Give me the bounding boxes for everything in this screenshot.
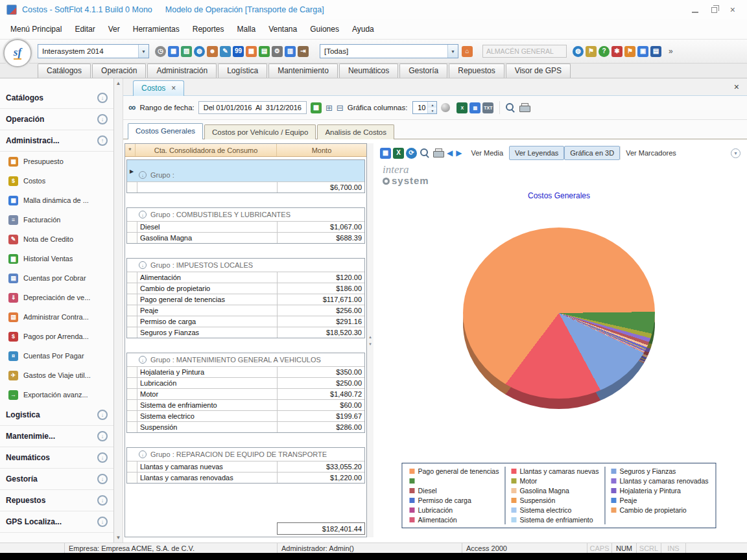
monitor-icon[interactable]: ▣: [637, 46, 648, 57]
grid-row[interactable]: Hojalateria y Pintura $350.00: [127, 366, 364, 377]
document-close-icon[interactable]: ×: [734, 82, 739, 91]
grid-row[interactable]: Seguros y Fianzas $18,520.30: [127, 327, 364, 338]
chart-type-icon[interactable]: ▦: [380, 148, 391, 159]
sidebar-item[interactable]: ✎ Nota de Credito: [0, 229, 113, 249]
sub-tab[interactable]: Costos por Vehículo / Equipo: [204, 124, 316, 139]
group-expand-icon[interactable]: ⊞: [326, 104, 333, 112]
columns-icon[interactable]: ▥: [285, 46, 296, 57]
section-toggle-icon[interactable]: ↓: [97, 495, 108, 506]
badge-99-icon[interactable]: 99: [233, 46, 244, 57]
sidebar-section-header[interactable]: Gestoría ↓: [0, 469, 113, 490]
menu-item[interactable]: Ayuda: [346, 21, 381, 37]
category-tab[interactable]: Logística: [218, 64, 267, 78]
print-icon[interactable]: [519, 103, 530, 112]
section-toggle-icon[interactable]: ↑: [97, 135, 108, 146]
image-icon[interactable]: ▨: [181, 46, 192, 57]
category-tab[interactable]: Visor de GPS: [506, 64, 571, 78]
sub-tab[interactable]: Costos Generales: [128, 123, 203, 139]
overflow-chevron-icon[interactable]: »: [669, 47, 673, 56]
chart-zoom-icon[interactable]: [420, 148, 430, 158]
preview-zoom-icon[interactable]: [506, 103, 516, 113]
globe-icon[interactable]: ◍: [194, 46, 205, 57]
category-tab[interactable]: Administración: [147, 64, 217, 78]
group-collapse-icon[interactable]: ↓: [139, 171, 147, 179]
category-tab[interactable]: Repuestos: [449, 64, 504, 78]
html-export-icon[interactable]: ▤: [469, 102, 480, 113]
grid-row[interactable]: Diesel $1,067.00: [127, 221, 364, 232]
sidebar-section-header[interactable]: Neumáticos ↓: [0, 447, 113, 469]
grid-row[interactable]: Llantas y camaras renovadas $1,220.00: [127, 472, 364, 483]
grid-row[interactable]: Permiso de carga $291.16: [127, 316, 364, 327]
splitter-up-icon[interactable]: ▴: [369, 334, 372, 340]
sub-tab[interactable]: Analisis de Costos: [317, 124, 394, 139]
menu-item[interactable]: Malla: [230, 21, 262, 37]
sidebar-item[interactable]: ¤ Cuentas Por Pagar: [0, 346, 113, 366]
sidebar-section-header[interactable]: Mantenimie... ↓: [0, 426, 113, 447]
section-toggle-icon[interactable]: ↓: [97, 452, 108, 463]
calendar-apply-icon[interactable]: ▦: [311, 102, 322, 113]
scroll-up-icon[interactable]: ▲: [116, 80, 121, 86]
grid-row[interactable]: Sistema electrico $199.67: [127, 410, 364, 421]
sidebar-section-header[interactable]: Repuestos ↓: [0, 490, 113, 511]
prev-icon[interactable]: ◀: [447, 149, 453, 157]
grid-chart-splitter[interactable]: ▴ ▾: [367, 143, 374, 537]
binoculars-icon[interactable]: ∞: [128, 102, 136, 113]
chart-toggle-button[interactable]: Ver Media: [465, 146, 509, 160]
sidebar-section-header[interactable]: Catálogos ↓: [0, 88, 113, 109]
menu-item[interactable]: Guiones: [303, 21, 346, 37]
grid-col-header-monto[interactable]: Monto: [277, 144, 366, 156]
group-collapse-icon[interactable]: ↓: [139, 211, 147, 218]
section-toggle-icon[interactable]: ↓: [97, 93, 108, 103]
chart-toggle-button[interactable]: Ver Leyendas: [509, 146, 564, 160]
sidebar-section-header[interactable]: GPS Localiza... ↓: [0, 511, 113, 533]
minimize-icon[interactable]: [692, 7, 698, 13]
category-tab[interactable]: Operación: [92, 64, 146, 78]
exit-door-icon[interactable]: ⇥: [298, 46, 309, 57]
sidebar-item[interactable]: ▦ Presupuesto: [0, 152, 113, 171]
sidebar-item[interactable]: $ Pagos por Arrenda...: [0, 327, 113, 346]
grid-row[interactable]: Gasolina Magna $688.39: [127, 232, 364, 243]
grid-icon[interactable]: ▤: [259, 46, 270, 57]
users-icon[interactable]: ☻: [207, 46, 218, 57]
grid-row[interactable]: $6,700.00: [127, 181, 364, 192]
grid-row[interactable]: Suspensión $286.00: [127, 421, 364, 432]
profile-select[interactable]: Interasystem 2014 ▼: [38, 44, 149, 58]
restore-icon[interactable]: [711, 7, 717, 13]
menu-item[interactable]: Editar: [68, 21, 101, 37]
group-collapse-icon[interactable]: ↓: [139, 261, 147, 269]
calendar-icon[interactable]: ▦: [246, 46, 257, 57]
sidebar-section-header[interactable]: Logistica ↓: [0, 404, 113, 426]
gear-icon[interactable]: ⚙: [272, 46, 283, 57]
home-icon[interactable]: ⌂: [462, 46, 473, 57]
section-toggle-icon[interactable]: ↓: [97, 474, 108, 484]
sidebar-item[interactable]: ▧ Administrar Contra...: [0, 307, 113, 327]
chart-toggle-button[interactable]: Gráfica en 3D: [564, 146, 620, 160]
date-range-input[interactable]: Del 01/01/2016 Al 31/12/2016: [198, 101, 307, 114]
txt-export-icon[interactable]: TXT: [482, 102, 493, 113]
group-band[interactable]: ▶ ↓ Grupo :: [127, 160, 364, 181]
sidebar-section-header[interactable]: Administraci... ↑: [0, 130, 113, 152]
refresh-icon[interactable]: ⟳: [406, 148, 417, 159]
grid-row[interactable]: Pago general de tenencias $117,671.00: [127, 294, 364, 305]
spinner-down-icon[interactable]: ▼: [428, 108, 436, 113]
sidebar-item[interactable]: → Exportación avanz...: [0, 385, 113, 404]
splitter-down-icon[interactable]: ▾: [369, 342, 372, 347]
grid-row[interactable]: Alimentación $120.00: [127, 272, 364, 283]
grid-row[interactable]: Cambio de propietario $186.00: [127, 283, 364, 294]
help-icon[interactable]: ?: [599, 46, 610, 57]
sphere-icon[interactable]: [441, 103, 450, 112]
close-icon[interactable]: ×: [730, 5, 735, 14]
grid-row[interactable]: Lubricación $250.00: [127, 377, 364, 388]
edit-notes-icon[interactable]: ✎: [220, 46, 231, 57]
excel-export-icon[interactable]: X: [456, 102, 468, 113]
group-collapse-icon[interactable]: ↓: [139, 450, 147, 458]
sidebar-item[interactable]: ▤ Cuentas por Cobrar: [0, 268, 113, 288]
permissions-icon[interactable]: ⚑: [586, 46, 597, 57]
tab-close-icon[interactable]: ×: [171, 84, 176, 92]
columns-spinner[interactable]: 10 ▲ ▼: [412, 101, 437, 114]
spinner-up-icon[interactable]: ▲: [428, 102, 436, 108]
grid-corner-header[interactable]: *: [125, 144, 136, 156]
chart-print-icon[interactable]: [433, 148, 444, 158]
category-tab[interactable]: Catálogos: [38, 64, 91, 78]
export-excel-icon[interactable]: X: [393, 148, 404, 159]
